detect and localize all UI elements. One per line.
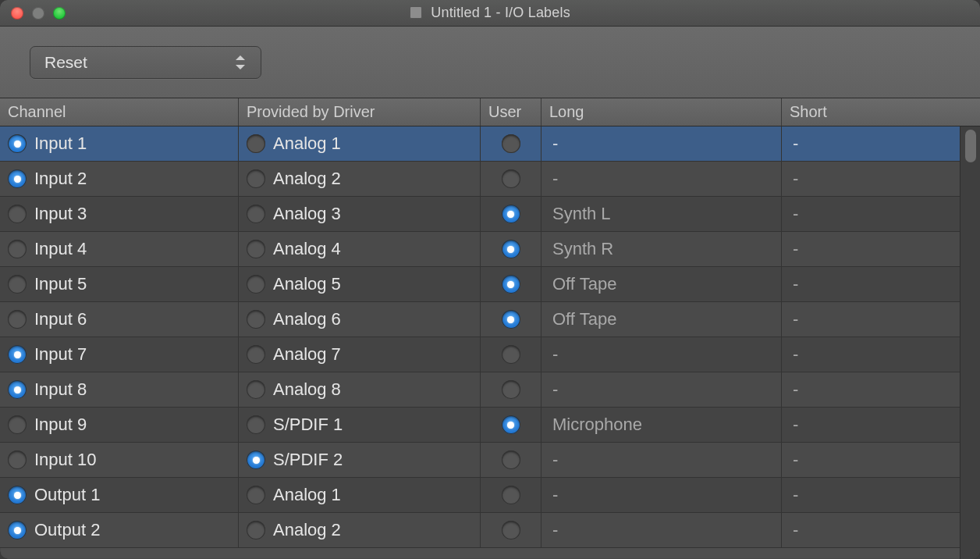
channel-radio[interactable] bbox=[8, 521, 27, 539]
short-label[interactable]: - bbox=[793, 204, 798, 224]
long-label[interactable]: - bbox=[552, 134, 558, 154]
channel-radio[interactable] bbox=[8, 450, 27, 469]
driver-label: S/PDIF 1 bbox=[273, 415, 343, 435]
long-label[interactable]: Off Tape bbox=[552, 309, 616, 329]
driver-radio[interactable] bbox=[247, 134, 265, 153]
table-row[interactable]: Input 7Analog 7-- bbox=[0, 337, 980, 372]
channel-radio[interactable] bbox=[8, 486, 27, 504]
channel-radio[interactable] bbox=[8, 310, 27, 329]
channel-radio[interactable] bbox=[8, 134, 27, 153]
channel-label: Input 1 bbox=[34, 134, 87, 154]
header-short[interactable]: Short bbox=[782, 98, 953, 126]
short-label[interactable]: - bbox=[793, 169, 798, 189]
table-row[interactable]: Input 9S/PDIF 1Microphone- bbox=[0, 408, 980, 443]
channel-label: Output 2 bbox=[34, 520, 100, 540]
window-title-text: Untitled 1 - I/O Labels bbox=[431, 5, 570, 20]
table-row[interactable]: Input 10S/PDIF 2-- bbox=[0, 443, 980, 478]
driver-radio[interactable] bbox=[247, 521, 265, 539]
channel-radio[interactable] bbox=[8, 169, 27, 188]
driver-radio[interactable] bbox=[247, 169, 265, 188]
header-scroll-gutter bbox=[953, 98, 980, 126]
table-body: Input 1Analog 1--Input 2Analog 2--Input … bbox=[0, 126, 980, 559]
table-row[interactable]: Input 2Analog 2-- bbox=[0, 162, 980, 197]
io-labels-window: Untitled 1 - I/O Labels Reset Channel Pr… bbox=[0, 0, 980, 559]
long-label[interactable]: - bbox=[552, 169, 558, 189]
short-label[interactable]: - bbox=[793, 379, 798, 400]
short-label[interactable]: - bbox=[793, 274, 798, 294]
short-label[interactable]: - bbox=[793, 239, 798, 259]
long-label[interactable]: Synth L bbox=[552, 204, 611, 224]
long-label[interactable]: - bbox=[552, 379, 558, 400]
channel-label: Input 4 bbox=[34, 239, 87, 259]
short-label[interactable]: - bbox=[793, 344, 798, 365]
short-label[interactable]: - bbox=[793, 134, 798, 154]
long-label[interactable]: - bbox=[552, 450, 558, 470]
header-channel[interactable]: Channel bbox=[0, 98, 239, 126]
user-radio[interactable] bbox=[502, 486, 520, 504]
user-radio[interactable] bbox=[502, 450, 520, 469]
long-label[interactable]: Microphone bbox=[552, 415, 642, 435]
channel-radio[interactable] bbox=[8, 275, 27, 294]
user-radio[interactable] bbox=[502, 310, 520, 329]
channel-label: Input 8 bbox=[34, 379, 87, 400]
driver-radio[interactable] bbox=[247, 450, 265, 469]
long-label[interactable]: - bbox=[552, 485, 558, 505]
driver-label: Analog 1 bbox=[273, 485, 341, 505]
long-label[interactable]: - bbox=[552, 344, 558, 365]
long-label[interactable]: Synth R bbox=[552, 239, 613, 259]
channel-radio[interactable] bbox=[8, 415, 27, 434]
titlebar[interactable]: Untitled 1 - I/O Labels bbox=[0, 0, 980, 27]
short-label[interactable]: - bbox=[793, 309, 798, 329]
table-row[interactable]: Output 1Analog 1-- bbox=[0, 478, 980, 513]
channel-radio[interactable] bbox=[8, 205, 27, 223]
up-down-chevron-icon bbox=[236, 55, 250, 69]
driver-radio[interactable] bbox=[247, 310, 265, 329]
driver-radio[interactable] bbox=[247, 486, 265, 504]
channel-radio[interactable] bbox=[8, 345, 27, 364]
short-label[interactable]: - bbox=[793, 485, 798, 505]
table-row[interactable]: Input 1Analog 1-- bbox=[0, 126, 980, 162]
channel-radio[interactable] bbox=[8, 240, 27, 258]
vertical-scrollbar[interactable] bbox=[960, 126, 980, 559]
user-radio[interactable] bbox=[502, 240, 520, 258]
driver-radio[interactable] bbox=[247, 240, 265, 258]
short-label[interactable]: - bbox=[793, 415, 798, 435]
driver-radio[interactable] bbox=[247, 415, 265, 434]
window-title: Untitled 1 - I/O Labels bbox=[0, 5, 980, 21]
header-long[interactable]: Long bbox=[541, 98, 782, 126]
table-row[interactable]: Input 8Analog 8-- bbox=[0, 372, 980, 408]
scrollbar-thumb[interactable] bbox=[965, 130, 976, 162]
driver-radio[interactable] bbox=[247, 205, 265, 223]
channel-label: Input 3 bbox=[34, 204, 87, 224]
user-radio[interactable] bbox=[502, 380, 520, 399]
header-user[interactable]: User bbox=[481, 98, 541, 126]
user-radio[interactable] bbox=[502, 169, 520, 188]
user-radio[interactable] bbox=[502, 345, 520, 364]
driver-label: Analog 5 bbox=[273, 274, 341, 294]
user-radio[interactable] bbox=[502, 275, 520, 294]
user-radio[interactable] bbox=[502, 415, 520, 434]
channel-label: Input 7 bbox=[34, 344, 87, 365]
short-label[interactable]: - bbox=[793, 520, 798, 540]
table-row[interactable]: Input 4Analog 4Synth R- bbox=[0, 232, 980, 267]
user-radio[interactable] bbox=[502, 521, 520, 539]
long-label[interactable]: - bbox=[552, 520, 558, 540]
table-row[interactable]: Input 3Analog 3Synth L- bbox=[0, 197, 980, 232]
driver-label: Analog 2 bbox=[273, 520, 341, 540]
short-label[interactable]: - bbox=[793, 450, 798, 470]
driver-radio[interactable] bbox=[247, 345, 265, 364]
user-radio[interactable] bbox=[502, 205, 520, 223]
channel-radio[interactable] bbox=[8, 380, 27, 399]
table-row[interactable]: Output 2Analog 2-- bbox=[0, 513, 980, 548]
header-driver[interactable]: Provided by Driver bbox=[239, 98, 481, 126]
reset-dropdown-label: Reset bbox=[44, 53, 87, 72]
table-row[interactable]: Input 5Analog 5Off Tape- bbox=[0, 267, 980, 302]
driver-radio[interactable] bbox=[247, 275, 265, 294]
user-radio[interactable] bbox=[502, 134, 520, 153]
driver-label: Analog 7 bbox=[273, 344, 341, 365]
driver-radio[interactable] bbox=[247, 380, 265, 399]
reset-dropdown[interactable]: Reset bbox=[30, 46, 261, 79]
table-row[interactable]: Input 6Analog 6Off Tape- bbox=[0, 302, 980, 337]
long-label[interactable]: Off Tape bbox=[552, 274, 616, 294]
driver-label: Analog 4 bbox=[273, 239, 341, 259]
